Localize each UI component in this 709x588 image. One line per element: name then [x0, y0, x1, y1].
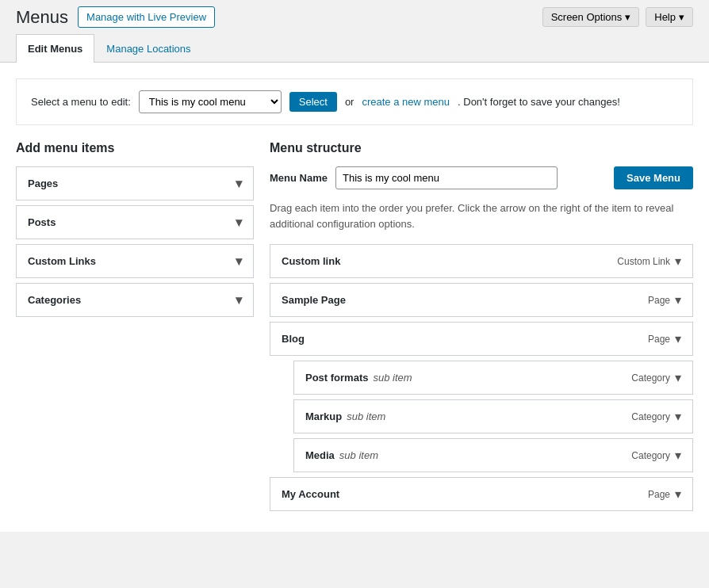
chevron-down-icon[interactable]: ▾ — [675, 448, 681, 463]
menu-item-my-account: My Account Page ▾ — [270, 477, 693, 511]
help-button[interactable]: Help ▾ — [646, 7, 693, 27]
menu-structure-title: Menu structure — [270, 141, 693, 155]
chevron-down-icon: ▾ — [236, 176, 242, 191]
menu-item-label: Custom link — [282, 255, 340, 267]
menu-item-label: Blog — [282, 333, 305, 345]
menu-item-custom-link: Custom link Custom Link ▾ — [270, 244, 693, 278]
menu-item-type: Page — [648, 334, 670, 345]
save-reminder-text: . Don't forget to save your changes! — [458, 96, 620, 108]
chevron-down-icon[interactable]: ▾ — [675, 292, 681, 307]
chevron-down-icon: ▾ — [625, 11, 630, 23]
menu-item-type: Page — [648, 489, 670, 500]
chevron-down-icon[interactable]: ▾ — [675, 254, 681, 269]
right-panel: Menu structure Menu Name Save Menu Drag … — [270, 141, 693, 516]
menu-item-type: Custom Link — [617, 256, 670, 267]
chevron-down-icon[interactable]: ▾ — [675, 487, 681, 502]
select-button[interactable]: Select — [289, 92, 337, 112]
menu-dropdown[interactable]: This is my cool menu — [139, 90, 282, 113]
accordion-posts: Posts ▾ — [16, 205, 254, 239]
sub-item-label: sub item — [373, 372, 412, 384]
accordion-custom-links-header[interactable]: Custom Links ▾ — [17, 245, 253, 277]
accordion-pages-label: Pages — [28, 178, 58, 189]
menu-name-label: Menu Name — [270, 172, 328, 184]
sub-item-label: sub item — [339, 449, 378, 461]
top-bar-right: Screen Options ▾ Help ▾ — [542, 7, 693, 27]
two-column-layout: Add menu items Pages ▾ Posts ▾ Custom Li… — [16, 141, 693, 516]
accordion-categories-header[interactable]: Categories ▾ — [17, 284, 253, 316]
accordion-custom-links-label: Custom Links — [28, 255, 96, 267]
add-menu-items-title: Add menu items — [16, 141, 254, 155]
menu-item-markup: Markup sub item Category ▾ — [293, 399, 693, 433]
main-content: Select a menu to edit: This is my cool m… — [0, 63, 709, 532]
chevron-down-icon: ▾ — [679, 11, 684, 23]
chevron-down-icon[interactable]: ▾ — [675, 331, 681, 346]
menu-item-blog: Blog Page ▾ — [270, 322, 693, 356]
live-preview-button[interactable]: Manage with Live Preview — [78, 6, 215, 28]
save-menu-button[interactable]: Save Menu — [614, 166, 693, 189]
accordion-posts-header[interactable]: Posts ▾ — [17, 206, 253, 239]
menu-item-label: Post formats — [305, 372, 368, 384]
create-new-menu-link[interactable]: create a new menu — [362, 96, 450, 108]
accordion-custom-links: Custom Links ▾ — [16, 244, 254, 278]
screen-options-button[interactable]: Screen Options ▾ — [542, 7, 640, 27]
menu-name-input[interactable] — [335, 166, 558, 189]
drag-hint-text: Drag each item into the order you prefer… — [270, 200, 693, 231]
left-panel: Add menu items Pages ▾ Posts ▾ Custom Li… — [16, 141, 254, 516]
chevron-down-icon: ▾ — [236, 292, 242, 307]
menu-item-label: My Account — [282, 488, 339, 500]
tab-manage-locations[interactable]: Manage Locations — [94, 34, 202, 63]
menu-name-row: Menu Name Save Menu — [270, 166, 693, 189]
accordion-posts-label: Posts — [28, 216, 56, 228]
accordion-pages: Pages ▾ — [16, 166, 254, 200]
select-menu-label: Select a menu to edit: — [31, 96, 131, 108]
or-text: or — [345, 96, 354, 108]
accordion-categories-label: Categories — [28, 294, 81, 306]
menu-item-post-formats: Post formats sub item Category ▾ — [293, 361, 693, 395]
chevron-down-icon: ▾ — [236, 215, 242, 230]
menu-item-media: Media sub item Category ▾ — [293, 438, 693, 472]
accordion-pages-header[interactable]: Pages ▾ — [17, 167, 253, 200]
chevron-down-icon[interactable]: ▾ — [675, 409, 681, 424]
menu-item-label: Media — [305, 449, 335, 461]
top-bar: Menus Manage with Live Preview Screen Op… — [0, 0, 709, 34]
chevron-down-icon: ▾ — [236, 254, 242, 269]
menu-item-type: Category — [631, 411, 670, 422]
select-menu-bar: Select a menu to edit: This is my cool m… — [16, 78, 693, 125]
chevron-down-icon[interactable]: ▾ — [675, 370, 681, 385]
tab-edit-menus[interactable]: Edit Menus — [16, 34, 94, 63]
tabs: Edit Menus Manage Locations — [0, 34, 709, 63]
top-bar-left: Menus Manage with Live Preview — [16, 6, 215, 28]
page-title: Menus — [16, 7, 68, 28]
menu-item-sample-page: Sample Page Page ▾ — [270, 283, 693, 317]
menu-item-label: Sample Page — [282, 294, 346, 306]
menu-item-type: Category — [631, 372, 670, 384]
accordion-categories: Categories ▾ — [16, 283, 254, 317]
sub-item-label: sub item — [347, 410, 385, 422]
menu-item-label: Markup — [305, 410, 342, 422]
menu-item-type: Page — [648, 295, 670, 306]
menu-item-type: Category — [631, 450, 670, 461]
